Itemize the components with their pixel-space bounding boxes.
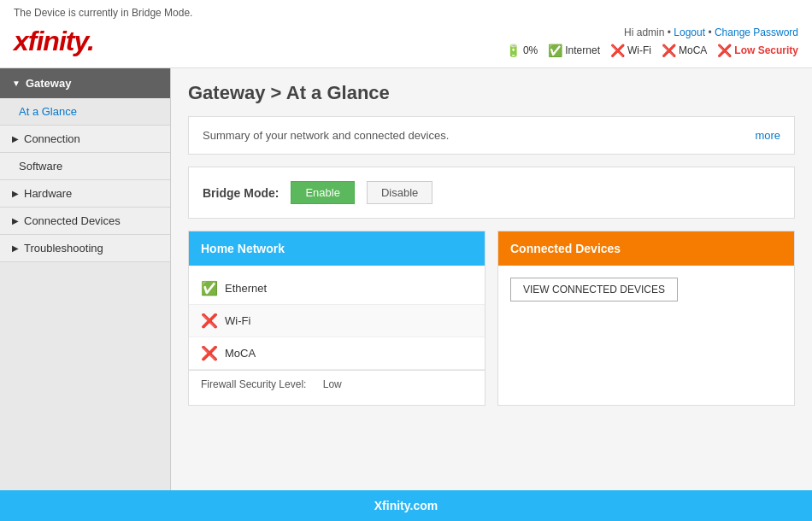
sidebar-gateway-header[interactable]: ▼ Gateway: [0, 68, 170, 98]
ethernet-label: Ethernet: [225, 282, 267, 295]
sidebar-item-connection[interactable]: ▶ Connection: [0, 126, 170, 153]
wifi-label: Wi-Fi: [627, 44, 651, 56]
disable-button[interactable]: Disable: [367, 181, 432, 204]
summary-text: Summary of your network and connected de…: [203, 129, 449, 142]
connected-devices-label: Connected Devices: [24, 214, 121, 227]
wifi-icon: ❌: [610, 44, 625, 57]
hardware-arrow-icon: ▶: [12, 189, 19, 198]
change-password-link[interactable]: Change Password: [715, 26, 798, 38]
moca-icon: ❌: [662, 44, 676, 57]
ethernet-check-icon: ✅: [201, 280, 218, 296]
top-bar: The Device is currently in Bridge Mode. …: [0, 0, 812, 68]
user-nav: Hi admin • Logout • Change Password: [506, 26, 798, 38]
gateway-arrow-icon: ▼: [12, 79, 21, 88]
firewall-label: Firewall Security Level:: [201, 378, 306, 390]
footer: Xfinity.com: [0, 490, 812, 521]
connection-arrow-icon: ▶: [12, 134, 19, 143]
ethernet-item: ✅ Ethernet: [189, 272, 485, 305]
battery-status: 🔋 0%: [506, 44, 538, 57]
wifi-x-icon: ❌: [201, 313, 218, 329]
internet-icon: ✅: [548, 44, 562, 57]
connected-devices-panel: Connected Devices VIEW CONNECTED DEVICES: [497, 231, 795, 406]
logout-link[interactable]: Logout: [674, 26, 705, 38]
sidebar-gateway-label: Gateway: [26, 77, 71, 90]
greeting: Hi admin: [624, 26, 664, 38]
home-network-body: ✅ Ethernet ❌ Wi-Fi ❌ MoCA Firewall Secur…: [189, 266, 485, 405]
page-title: Gateway > At a Glance: [188, 82, 795, 104]
connected-devices-arrow-icon: ▶: [12, 216, 19, 225]
security-label: Low Security: [734, 44, 798, 56]
enable-button[interactable]: Enable: [291, 181, 354, 204]
bridge-mode-card: Bridge Mode: Enable Disable: [188, 167, 795, 219]
wifi-item-label: Wi-Fi: [225, 314, 250, 327]
main-layout: ▼ Gateway At a Glance ▶ Connection Softw…: [0, 68, 812, 490]
logo: xfinity.: [14, 26, 94, 57]
moca-status: ❌ MoCA: [662, 44, 707, 57]
bridge-mode-label: Bridge Mode:: [203, 186, 279, 200]
footer-text: Xfinity.com: [374, 499, 438, 512]
sidebar-item-software[interactable]: Software: [0, 153, 170, 180]
summary-row: Summary of your network and connected de…: [189, 117, 794, 154]
wifi-item: ❌ Wi-Fi: [189, 305, 485, 337]
battery-icon: 🔋: [506, 44, 521, 57]
view-connected-devices-button[interactable]: VIEW CONNECTED DEVICES: [510, 278, 678, 301]
more-link[interactable]: more: [755, 129, 780, 142]
logo-text: xfinity.: [14, 26, 94, 56]
bridge-notice: The Device is currently in Bridge Mode.: [14, 0, 798, 20]
sidebar: ▼ Gateway At a Glance ▶ Connection Softw…: [0, 68, 171, 490]
header-main: xfinity. Hi admin • Logout • Change Pass…: [14, 20, 798, 64]
status-bar: 🔋 0% ✅ Internet ❌ Wi-Fi ❌ MoCA ❌ Low: [506, 44, 798, 57]
two-column-section: Home Network ✅ Ethernet ❌ Wi-Fi ❌ MoCA: [188, 231, 795, 406]
moca-item: ❌ MoCA: [189, 337, 485, 370]
home-network-panel: Home Network ✅ Ethernet ❌ Wi-Fi ❌ MoCA: [188, 231, 485, 406]
sidebar-connected-devices[interactable]: ▶ Connected Devices: [0, 208, 170, 235]
troubleshooting-arrow-icon: ▶: [12, 243, 19, 253]
wifi-status: ❌ Wi-Fi: [610, 44, 651, 57]
summary-card: Summary of your network and connected de…: [188, 116, 795, 155]
battery-value: 0%: [523, 44, 538, 56]
connected-devices-header: Connected Devices: [498, 231, 794, 266]
security-icon: ❌: [717, 44, 732, 57]
separator2: •: [708, 26, 715, 38]
sidebar-item-at-a-glance[interactable]: At a Glance: [0, 98, 170, 126]
moca-item-label: MoCA: [225, 347, 256, 360]
sidebar-troubleshooting[interactable]: ▶ Troubleshooting: [0, 235, 170, 262]
bridge-mode-row: Bridge Mode: Enable Disable: [189, 167, 794, 218]
internet-status: ✅ Internet: [548, 44, 600, 57]
header-right: Hi admin • Logout • Change Password 🔋 0%…: [506, 26, 798, 57]
moca-x-icon: ❌: [201, 345, 218, 361]
moca-label: MoCA: [679, 44, 707, 56]
hardware-label: Hardware: [24, 187, 72, 200]
connected-devices-body: VIEW CONNECTED DEVICES: [498, 266, 794, 313]
security-status: ❌ Low Security: [717, 44, 798, 57]
sidebar-item-hardware[interactable]: ▶ Hardware: [0, 180, 170, 208]
home-network-header: Home Network: [189, 231, 485, 266]
content-area: Gateway > At a Glance Summary of your ne…: [171, 68, 812, 490]
troubleshooting-label: Troubleshooting: [24, 242, 103, 255]
internet-label: Internet: [565, 44, 600, 56]
connection-label: Connection: [24, 132, 80, 145]
firewall-value: Low: [323, 378, 342, 390]
firewall-item: Firewall Security Level: Low: [189, 370, 485, 398]
